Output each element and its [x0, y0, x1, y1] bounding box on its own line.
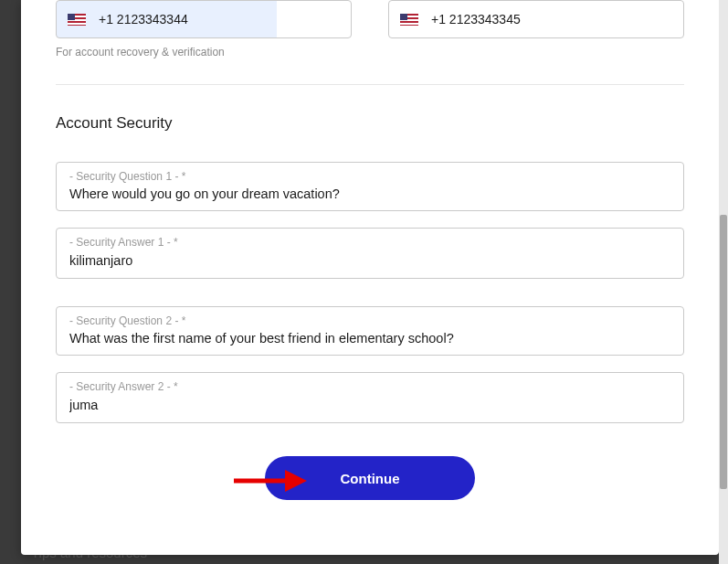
security-question-2-field[interactable]: - Security Question 2 - * What was the f…: [56, 306, 684, 356]
phone-2-value: +1 2123343345: [431, 12, 521, 27]
phone-row: +1 2123343344 +1 2123343345: [56, 0, 684, 38]
security-answer-2-field[interactable]: - Security Answer 2 - *: [56, 372, 684, 423]
security-answer-2-input[interactable]: [69, 398, 670, 412]
continue-button[interactable]: Continue: [265, 456, 475, 500]
security-answer-1-field[interactable]: - Security Answer 1 - *: [56, 228, 684, 279]
section-divider: [56, 84, 684, 85]
page-scrollbar-thumb[interactable]: [720, 215, 727, 489]
continue-wrap: Continue: [56, 456, 684, 500]
security-question-1-field[interactable]: - Security Question 1 - * Where would yo…: [56, 162, 684, 211]
us-flag-icon: [400, 14, 418, 26]
phone-input-2[interactable]: +1 2123343345: [388, 0, 684, 38]
field-label: - Security Answer 2 - *: [69, 380, 670, 393]
phone-1-value: +1 2123343344: [99, 12, 188, 27]
field-label: - Security Question 2 - *: [69, 314, 670, 327]
security-answer-1-input[interactable]: [69, 253, 670, 268]
field-label: - Security Question 1 - *: [69, 170, 670, 183]
phone-input-1[interactable]: +1 2123343344: [56, 0, 352, 38]
form-modal: +1 2123343344 +1 2123343345 For account …: [21, 0, 719, 555]
field-label: - Security Answer 1 - *: [69, 236, 670, 249]
security-question-1-value: Where would you go on your dream vacatio…: [69, 186, 670, 201]
us-flag-icon: [68, 14, 86, 26]
section-title-security: Account Security: [56, 114, 684, 133]
phone-helper-text: For account recovery & verification: [56, 46, 684, 59]
security-question-2-value: What was the first name of your best fri…: [69, 331, 670, 346]
page-scrollbar-track[interactable]: [719, 0, 728, 564]
